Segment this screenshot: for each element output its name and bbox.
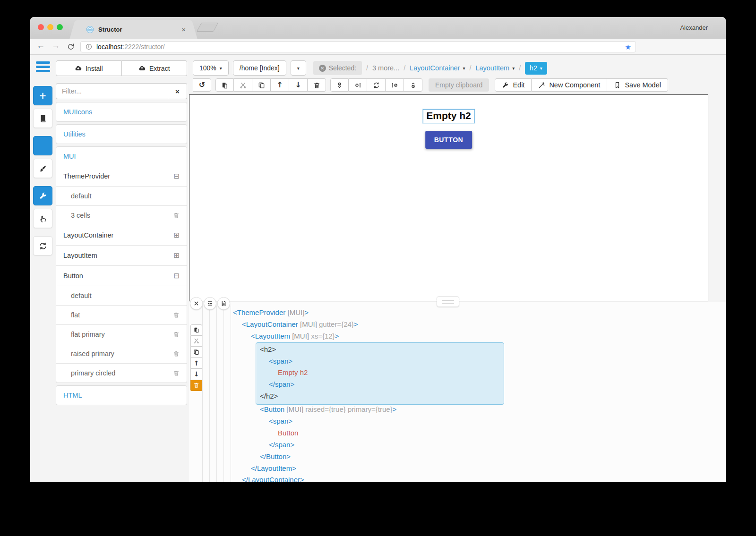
insert-before-button[interactable] [330,78,349,92]
style-button[interactable] [33,159,52,178]
expand-icon[interactable]: ⊞ [173,231,180,239]
expand-icon[interactable]: ⊞ [173,251,180,260]
sidebar-row-layoutitem[interactable]: LayoutItem⊞ [56,245,187,265]
sidebar-row-flat-primary[interactable]: flat primary [56,324,187,344]
zoom-window-button[interactable] [57,24,63,30]
paste-button[interactable] [215,78,234,92]
code-line[interactable]: <span> [189,356,726,367]
delete-button[interactable] [190,380,202,391]
code-line[interactable]: <span> [189,416,726,427]
code-line[interactable]: <h2> [189,344,726,356]
sidebar-link-mui[interactable]: MUI [56,147,187,166]
close-window-button[interactable] [38,24,44,30]
zoom-select-button[interactable]: 100%▾ [193,60,229,76]
install-button[interactable]: Install [56,60,122,76]
copy-button[interactable] [252,78,271,92]
extract-button[interactable]: Extract [122,60,188,76]
breadcrumb-h2-selected[interactable]: h2▾ [525,62,547,75]
code-line[interactable]: </Button> [189,451,726,463]
selected-h2-element[interactable]: Empty h2 [422,109,475,123]
canvas-mui-button[interactable]: BUTTON [425,131,472,149]
breadcrumb-more[interactable]: 3 more... [372,64,399,72]
copy-button[interactable] [190,347,202,358]
route-button[interactable]: /home [Index] [233,60,286,76]
trash-icon[interactable] [173,331,180,338]
undo-button[interactable]: ↺ [193,78,211,92]
code-line[interactable]: <LayoutItem [MUI] xs={12}> [189,331,726,342]
selected-badge[interactable]: ✕ Selected: [313,61,362,75]
code-line[interactable]: </LayoutContainer> [189,474,726,482]
browser-tab[interactable]: Structor × [76,20,191,39]
sidebar-row-layoutcontainer[interactable]: LayoutContainer⊞ [56,225,187,245]
move-down-button[interactable]: ↓ [190,369,202,380]
library-button[interactable] [33,109,52,128]
breadcrumb-layoutcontainer[interactable]: LayoutContainer▾ [410,64,465,72]
reload-button[interactable] [67,43,75,51]
edit-button[interactable]: Edit [495,78,532,92]
save-model-button[interactable]: Save Model [607,78,668,92]
code-line[interactable]: </LayoutItem> [189,463,726,475]
paste-button[interactable] [190,324,202,336]
bookmark-star-icon[interactable]: ★ [625,43,631,51]
sidebar-row-flat[interactable]: flat [56,305,187,324]
clear-selection-icon[interactable]: ✕ [319,65,326,72]
add-component-button[interactable]: + [33,86,52,105]
sidebar-row-default[interactable]: default [56,286,187,305]
treeview-button[interactable] [204,297,216,310]
sidebar-row-themeprovider[interactable]: ThemeProvider⊟ [56,166,187,186]
filter-input[interactable] [56,83,168,99]
insert-first-button[interactable] [349,78,367,92]
tab-close-icon[interactable]: × [181,26,186,34]
address-field[interactable]: localhost:2222/structor/ ★ [80,41,636,52]
hamburger-menu-icon[interactable] [36,61,50,74]
replace-button[interactable] [367,78,386,92]
reload-button[interactable] [33,236,52,255]
trash-icon[interactable] [173,370,180,376]
sidebar-link-utilities[interactable]: Utilities [56,125,187,144]
sidebar-row-3-cells[interactable]: 3 cells [56,205,187,225]
move-down-button[interactable]: ↓ [289,78,308,92]
source-view-button[interactable] [217,297,230,310]
move-up-button[interactable]: ↑ [271,78,289,92]
collapse-icon[interactable]: ⊟ [173,172,180,180]
insert-last-button[interactable] [386,78,404,92]
code-line[interactable]: </span> [189,439,726,451]
route-dropdown-button[interactable]: ▾ [291,60,306,76]
code-line[interactable]: Button [189,427,726,439]
filter-clear-button[interactable]: × [168,83,187,99]
code-line[interactable]: </h2> [189,391,726,402]
trash-icon[interactable] [173,212,180,219]
source-code-button[interactable] [33,136,52,155]
forward-button[interactable]: → [50,41,61,51]
code-line[interactable]: <Button [MUI] raised={true} primary={tru… [189,404,726,416]
trash-icon[interactable] [173,350,180,357]
close-panel-button[interactable] [190,297,203,310]
cut-button[interactable] [190,336,202,347]
move-up-button[interactable]: ↑ [190,358,202,369]
code-line[interactable]: <LayoutContainer [MUI] gutter={24}> [189,319,726,331]
new-tab-button[interactable] [197,23,218,32]
code-line[interactable]: Empty h2 [189,367,726,379]
new-component-button[interactable]: New Component [532,78,607,92]
sidebar-link-muiicons[interactable]: MUIIcons [56,102,187,121]
code-line[interactable]: </span> [189,379,726,391]
sidebar-row-default[interactable]: default [56,186,187,205]
panel-resize-handle[interactable] [437,296,459,307]
minimize-window-button[interactable] [47,24,53,30]
back-button[interactable]: ← [35,41,46,51]
breadcrumb-layoutitem[interactable]: LayoutItem▾ [475,64,515,72]
delete-button[interactable] [308,78,326,92]
collapse-icon[interactable]: ⊟ [173,272,180,280]
preview-mode-button[interactable] [33,209,52,228]
cut-button[interactable] [234,78,252,92]
code-line[interactable]: <ThemeProvider [MUI]> [189,307,726,319]
sidebar-row-button[interactable]: Button⊟ [56,265,187,286]
empty-clipboard-badge[interactable]: Empty clipboard [429,78,489,92]
trash-icon[interactable] [173,312,180,318]
tools-button[interactable] [33,186,52,205]
sidebar-row-primary-circled[interactable]: primary circled [56,363,187,383]
caret-down-icon: ▾ [540,66,542,71]
insert-after-button[interactable] [404,78,422,92]
sidebar-link-html[interactable]: HTML [56,386,187,405]
sidebar-row-raised-primary[interactable]: raised primary [56,344,187,363]
